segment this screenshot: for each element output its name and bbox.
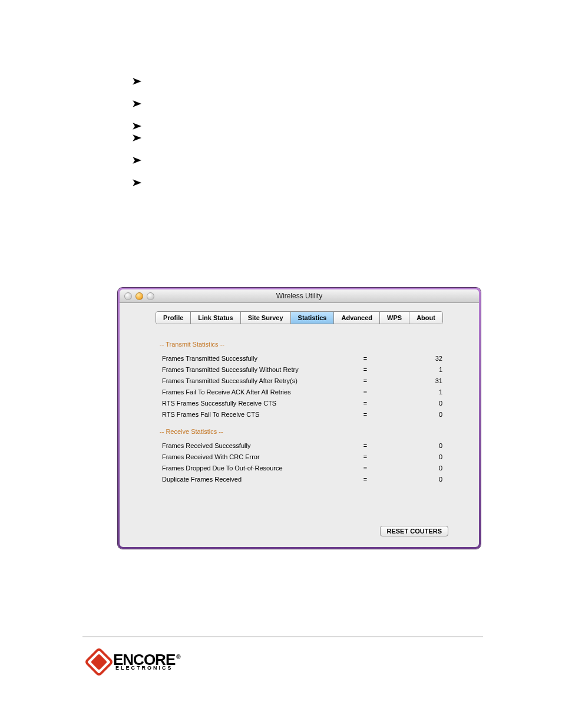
stat-label: Frames Transmitted Successfully Without … bbox=[162, 366, 356, 373]
stat-label: Frames Transmitted Successfully bbox=[162, 355, 356, 362]
stat-row: Frames Transmitted Successfully After Re… bbox=[162, 375, 448, 386]
footer-divider bbox=[82, 637, 483, 637]
equals-sign: = bbox=[356, 388, 374, 396]
stat-row: Frames Transmitted Successfully Without … bbox=[162, 364, 448, 375]
transmit-section-header: -- Transmit Statistics -- bbox=[160, 341, 448, 348]
window-titlebar: Wireless Utility bbox=[120, 289, 479, 303]
stat-row: Duplicate Frames Received=0 bbox=[162, 473, 448, 485]
encore-logo-icon bbox=[84, 647, 114, 677]
receive-section-header: -- Receive Statistics -- bbox=[160, 428, 448, 435]
bullet-arrow-icon: ➤ bbox=[132, 178, 141, 187]
stat-label: Frames Received Successfully bbox=[162, 442, 356, 449]
equals-sign: = bbox=[356, 400, 374, 407]
tab-profile[interactable]: Profile bbox=[156, 312, 191, 324]
stat-row: Frames Received With CRC Error=0 bbox=[162, 451, 448, 462]
tab-link-status[interactable]: Link Status bbox=[191, 312, 240, 324]
equals-sign: = bbox=[356, 465, 374, 472]
tab-statistics[interactable]: Statistics bbox=[291, 312, 335, 324]
stat-value: 0 bbox=[374, 400, 448, 407]
bullet-arrow-icon: ➤ bbox=[132, 121, 141, 131]
stat-value: 31 bbox=[374, 377, 448, 384]
stat-value: 0 bbox=[374, 411, 448, 418]
stat-label: Frames Dropped Due To Out-of-Resource bbox=[162, 465, 356, 472]
equals-sign: = bbox=[356, 442, 374, 449]
stat-label: Duplicate Frames Received bbox=[162, 476, 356, 483]
equals-sign: = bbox=[356, 355, 374, 362]
statistics-panel: -- Transmit Statistics -- Frames Transmi… bbox=[120, 324, 479, 498]
stat-row: Frames Transmitted Successfully=32 bbox=[162, 353, 448, 364]
equals-sign: = bbox=[356, 453, 374, 460]
stat-row: Frames Received Successfully=0 bbox=[162, 440, 448, 451]
stat-label: Frames Transmitted Successfully After Re… bbox=[162, 377, 356, 384]
page-bullet-arrows: ➤ ➤ ➤ ➤ ➤ ➤ bbox=[133, 77, 140, 200]
tab-wps[interactable]: WPS bbox=[380, 312, 409, 324]
window-title: Wireless Utility bbox=[120, 292, 479, 300]
stat-label: RTS Frames Fail To Receive CTS bbox=[162, 411, 356, 418]
stat-value: 0 bbox=[374, 465, 448, 472]
stat-label: Frames Received With CRC Error bbox=[162, 453, 356, 460]
stat-value: 0 bbox=[374, 476, 448, 483]
stat-label: Frames Fail To Receive ACK After All Ret… bbox=[162, 388, 356, 396]
equals-sign: = bbox=[356, 377, 374, 384]
wireless-utility-window: Wireless Utility Profile Link Status Sit… bbox=[118, 288, 481, 549]
stat-row: Frames Dropped Due To Out-of-Resource=0 bbox=[162, 462, 448, 473]
stat-row: RTS Frames Fail To Receive CTS=0 bbox=[162, 409, 448, 420]
reset-counters-button[interactable]: RESET COUTERS bbox=[380, 526, 448, 536]
stat-label: RTS Frames Successfully Receive CTS bbox=[162, 400, 356, 407]
stat-value: 0 bbox=[374, 442, 448, 449]
logo-sub-text: ELECTRONICS bbox=[115, 666, 180, 670]
bullet-arrow-icon: ➤ bbox=[132, 133, 141, 143]
stat-value: 0 bbox=[374, 453, 448, 460]
stat-value: 1 bbox=[374, 388, 448, 396]
tab-bar: Profile Link Status Site Survey Statisti… bbox=[120, 311, 479, 324]
bullet-arrow-icon: ➤ bbox=[132, 156, 141, 165]
tab-site-survey[interactable]: Site Survey bbox=[241, 312, 291, 324]
equals-sign: = bbox=[356, 366, 374, 373]
tab-advanced[interactable]: Advanced bbox=[334, 312, 380, 324]
equals-sign: = bbox=[356, 476, 374, 483]
bullet-arrow-icon: ➤ bbox=[132, 99, 141, 108]
stat-row: Frames Fail To Receive ACK After All Ret… bbox=[162, 386, 448, 397]
equals-sign: = bbox=[356, 411, 374, 418]
registered-icon: ® bbox=[176, 654, 180, 660]
bullet-arrow-icon: ➤ bbox=[132, 77, 141, 86]
stat-value: 32 bbox=[374, 355, 448, 362]
tab-about[interactable]: About bbox=[409, 312, 442, 324]
stat-value: 1 bbox=[374, 366, 448, 373]
encore-logo: ENCORE® ELECTRONICS bbox=[88, 651, 180, 673]
stat-row: RTS Frames Successfully Receive CTS=0 bbox=[162, 397, 448, 409]
